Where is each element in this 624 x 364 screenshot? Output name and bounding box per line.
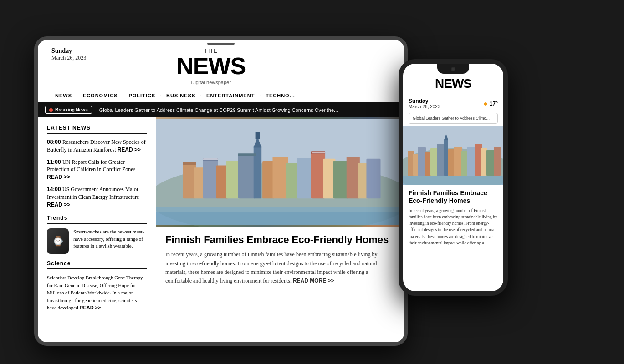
science-title: Science bbox=[47, 260, 147, 269]
svg-rect-7 bbox=[238, 154, 256, 198]
phone-temperature: 17° bbox=[490, 101, 498, 107]
svg-rect-10 bbox=[256, 132, 260, 139]
phone-title-news: NEWS bbox=[410, 76, 496, 91]
tablet-camera bbox=[207, 43, 235, 45]
phone-screen: NEWS Sunday March 26, 2023 ● 17° Global … bbox=[403, 64, 503, 291]
trend-text-1: Smartwatches are the newest must-have ac… bbox=[73, 228, 147, 249]
tablet-date-block: Sunday March 26, 2023 bbox=[51, 47, 86, 61]
news-read-1[interactable]: READ >> bbox=[118, 147, 141, 153]
svg-rect-33 bbox=[418, 147, 426, 176]
nav-item-business[interactable]: BUSINESS bbox=[163, 93, 199, 98]
tablet-body: LATEST NEWS 08:00 Researchers Discover N… bbox=[38, 117, 404, 340]
tablet-title-news: NEWS bbox=[176, 54, 246, 78]
svg-rect-35 bbox=[430, 148, 438, 176]
breaking-label: Breaking News bbox=[55, 107, 88, 112]
breaking-text: Global Leaders Gather to Address Climate… bbox=[99, 107, 338, 113]
svg-rect-28 bbox=[312, 152, 325, 153]
tablet-main-content: Finnish Families Embrace Eco-Friendly Ho… bbox=[156, 117, 404, 340]
phone-day: Sunday bbox=[409, 98, 440, 104]
news-item-1: 08:00 Researchers Discover New Species o… bbox=[47, 138, 147, 154]
phone-weather: ● 17° bbox=[483, 100, 498, 108]
nav-item-economics[interactable]: ECONOMICS bbox=[79, 93, 122, 98]
main-article-image bbox=[156, 117, 404, 227]
phone-notch bbox=[437, 64, 469, 74]
phone-camera bbox=[451, 67, 455, 71]
svg-rect-43 bbox=[475, 144, 482, 176]
tablet-day: Sunday bbox=[51, 47, 86, 55]
phone-date: March 26, 2023 bbox=[409, 104, 440, 109]
trend-item-1: ⌚ Smartwatches are the newest must-have … bbox=[47, 228, 147, 254]
nav-item-entertainment[interactable]: ENTERTAINMENT bbox=[203, 93, 258, 98]
breaking-dot bbox=[49, 108, 53, 112]
trends-title: Trends bbox=[47, 215, 147, 224]
tablet-date: March 26, 2023 bbox=[51, 55, 86, 61]
main-article-body: In recent years, a growing number of Fin… bbox=[165, 251, 378, 284]
phone-date-block: Sunday March 26, 2023 bbox=[409, 98, 440, 109]
svg-rect-39 bbox=[448, 149, 455, 176]
phone-article-title: Finnish Families Embrace Eco-Friendly Ho… bbox=[409, 189, 498, 205]
svg-rect-4 bbox=[203, 159, 218, 198]
svg-rect-45 bbox=[486, 150, 495, 176]
svg-rect-17 bbox=[333, 161, 349, 199]
phone-article: Finnish Families Embrace Eco-Friendly Ho… bbox=[403, 185, 503, 251]
main-article-title: Finnish Families Embrace Eco-Friendly Ho… bbox=[165, 234, 395, 246]
science-text: Scientists Develop Breakthrough Gene The… bbox=[47, 274, 147, 312]
breaking-news-badge: Breaking News bbox=[45, 106, 92, 114]
svg-rect-37 bbox=[444, 139, 448, 176]
nav-item-politics[interactable]: POLITICS bbox=[125, 93, 159, 98]
science-section: Science Scientists Develop Breakthrough … bbox=[47, 260, 147, 312]
svg-rect-23 bbox=[238, 153, 256, 156]
news-time-2: 11:00 bbox=[47, 159, 62, 165]
svg-rect-40 bbox=[454, 147, 462, 176]
science-read[interactable]: READ >> bbox=[79, 305, 101, 310]
phone-header: NEWS bbox=[403, 75, 503, 95]
news-time-3: 14:00 bbox=[47, 186, 62, 192]
svg-rect-12 bbox=[272, 157, 288, 198]
news-item-2: 11:00 UN Report Calls for Greater Protec… bbox=[47, 158, 147, 181]
tablet-screen: Sunday March 26, 2023 THE NEWS Digital n… bbox=[38, 40, 404, 342]
tablet-sidebar: LATEST NEWS 08:00 Researchers Discover N… bbox=[38, 117, 156, 340]
tablet-device: Sunday March 26, 2023 THE NEWS Digital n… bbox=[34, 36, 408, 346]
nav-item-news[interactable]: NEWS bbox=[51, 93, 76, 98]
phone-city-image bbox=[403, 126, 503, 185]
svg-rect-42 bbox=[467, 147, 476, 176]
news-time-1: 08:00 bbox=[47, 139, 62, 145]
phone-ticker: Global Leaders Gather to Address Climo..… bbox=[409, 113, 498, 124]
svg-rect-41 bbox=[461, 151, 468, 176]
phone-article-text: In recent years, a growing number of Fin… bbox=[409, 207, 498, 247]
news-read-2[interactable]: READ >> bbox=[47, 174, 70, 180]
svg-rect-44 bbox=[481, 148, 487, 176]
trends-section: Trends ⌚ Smartwatches are the newest mus… bbox=[47, 215, 147, 254]
main-article-content: Finnish Families Embrace Eco-Friendly Ho… bbox=[156, 227, 404, 293]
svg-rect-26 bbox=[156, 212, 404, 225]
svg-rect-27 bbox=[203, 158, 218, 160]
main-article-text: In recent years, a growing number of Fin… bbox=[165, 250, 395, 285]
tablet-subtitle: Digital newspaper bbox=[176, 80, 246, 85]
news-read-3[interactable]: READ >> bbox=[47, 202, 70, 208]
news-item-3: 14:00 US Government Announces Major Inve… bbox=[47, 186, 147, 208]
svg-rect-20 bbox=[366, 159, 380, 198]
latest-news-title: LATEST NEWS bbox=[47, 125, 147, 134]
tablet-header: Sunday March 26, 2023 THE NEWS Digital n… bbox=[38, 40, 404, 89]
main-article-read-more[interactable]: READ MORE >> bbox=[293, 278, 334, 284]
smartwatch-icon: ⌚ bbox=[47, 228, 69, 254]
sun-icon: ● bbox=[483, 100, 488, 108]
devices-wrapper: Sunday March 26, 2023 THE NEWS Digital n… bbox=[61, 9, 563, 355]
tablet-title-block: THE NEWS Digital newspaper bbox=[176, 47, 246, 85]
svg-rect-34 bbox=[425, 152, 431, 176]
nav-item-techno[interactable]: TECHNO... bbox=[262, 93, 299, 98]
phone-date-row: Sunday March 26, 2023 ● 17° bbox=[403, 95, 503, 111]
phone-device: NEWS Sunday March 26, 2023 ● 17° Global … bbox=[399, 59, 508, 296]
svg-rect-46 bbox=[494, 147, 501, 176]
svg-rect-47 bbox=[403, 176, 503, 185]
svg-rect-21 bbox=[183, 162, 196, 165]
tablet-breaking-bar: Breaking News Global Leaders Gather to A… bbox=[38, 102, 404, 117]
tablet-nav: NEWS • ECONOMICS • POLITICS • BUSINESS •… bbox=[38, 89, 404, 102]
